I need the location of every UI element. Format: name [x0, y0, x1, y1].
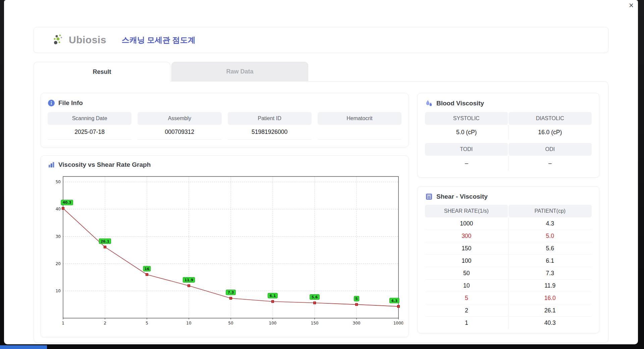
file-info-field: Scanning Date2025-07-18 — [48, 112, 131, 140]
bv-value: 5.0 (cP) — [425, 125, 508, 140]
patient-cell: 5.0 — [508, 230, 592, 242]
page: Ubiosis 스캐닝 모세관 점도계 Result Raw Data — [4, 27, 638, 343]
shear-rate-cell: 5 — [425, 292, 508, 304]
svg-text:26.1: 26.1 — [101, 239, 109, 243]
bv-header-row: TODIODI — [425, 143, 592, 156]
header-card: Ubiosis 스캐닝 모세관 점도계 — [34, 27, 608, 53]
table-row: 3005.0 — [425, 230, 592, 242]
svg-text:2: 2 — [104, 321, 106, 326]
left-column: File Info Scanning Date2025-07-18Assembl… — [41, 93, 409, 337]
bv-value: – — [508, 156, 592, 170]
bv-col-label: SYSTOLIC — [425, 112, 508, 125]
shear-col-header: SHEAR RATE(1/s) — [425, 205, 508, 217]
field-value — [318, 125, 401, 140]
blood-viscosity-title-row: Blood Viscosity — [425, 99, 592, 107]
viscosity-chart-container: 40.326.11611.97.36.15.654.31251050100150… — [48, 171, 401, 330]
graph-title-row: Viscosity vs Shear Rate Graph — [48, 161, 401, 168]
graph-title: Viscosity vs Shear Rate Graph — [58, 161, 151, 168]
patient-cell: 16.0 — [508, 292, 592, 304]
shear-rate-cell: 50 — [425, 267, 508, 279]
file-info-field: Hematocrit — [318, 112, 401, 140]
patient-cell: 6.1 — [508, 255, 592, 267]
table-grid-icon — [425, 193, 433, 201]
bv-value: 16.0 (cP) — [508, 125, 592, 140]
svg-text:40.3: 40.3 — [63, 200, 71, 204]
svg-text:50: 50 — [56, 180, 61, 184]
shear-col-header: PATIENT(cp) — [508, 205, 592, 217]
svg-text:150: 150 — [311, 321, 319, 326]
svg-text:40: 40 — [56, 207, 61, 211]
svg-text:30: 30 — [56, 234, 61, 239]
table-row: 516.0 — [425, 292, 592, 304]
tab-result[interactable]: Result — [34, 62, 170, 82]
table-row: 140.3 — [425, 317, 592, 329]
file-info-fields: Scanning Date2025-07-18Assembly000709312… — [48, 112, 401, 140]
svg-text:5: 5 — [146, 321, 148, 326]
tab-raw-data[interactable]: Raw Data — [171, 62, 308, 81]
field-value: 51981926000 — [228, 125, 312, 140]
shear-rate-cell: 150 — [425, 242, 508, 254]
bv-col-label: ODI — [508, 143, 592, 156]
svg-text:5: 5 — [355, 297, 358, 301]
blood-viscosity-card: Blood Viscosity SYSTOLICDIASTOLIC5.0 (cP… — [417, 93, 599, 178]
bv-col-label: TODI — [425, 143, 508, 156]
svg-text:4.3: 4.3 — [391, 299, 397, 303]
field-label: Assembly — [138, 112, 221, 125]
table-row: 1505.6 — [425, 242, 592, 255]
svg-text:10: 10 — [56, 289, 61, 293]
shear-rate-cell: 1 — [425, 317, 508, 329]
ubiosis-logo-icon — [53, 33, 66, 47]
bv-value: – — [425, 156, 508, 170]
field-label: Hematocrit — [318, 112, 401, 125]
bottom-blue-bar — [0, 345, 47, 349]
tab-bar: Result Raw Data — [34, 62, 608, 81]
svg-text:300: 300 — [353, 321, 361, 326]
svg-text:100: 100 — [269, 321, 277, 326]
patient-cell: 40.3 — [508, 317, 592, 329]
bv-value-row: 5.0 (cP)16.0 (cP) — [425, 125, 592, 140]
file-info-field: Patient ID51981926000 — [228, 112, 312, 140]
svg-text:50: 50 — [228, 321, 233, 326]
shear-rate-cell: 1000 — [425, 217, 508, 230]
svg-text:1000: 1000 — [393, 321, 403, 326]
patient-cell: 4.3 — [508, 217, 592, 230]
shear-header-row: SHEAR RATE(1/s)PATIENT(cp) — [425, 205, 592, 217]
app-window: × Ubiosis 스캐닝 모세관 점도계 — [4, 0, 638, 344]
blood-viscosity-table: SYSTOLICDIASTOLIC5.0 (cP)16.0 (cP)TODIOD… — [425, 112, 592, 170]
bv-header-row: SYSTOLICDIASTOLIC — [425, 112, 592, 125]
file-info-title-row: File Info — [48, 99, 401, 107]
field-label: Patient ID — [228, 112, 312, 125]
bv-col-label: DIASTOLIC — [508, 112, 592, 125]
patient-cell: 7.3 — [508, 267, 592, 279]
file-info-field: Assembly000709312 — [138, 112, 221, 140]
droplets-icon — [425, 99, 433, 107]
svg-text:1: 1 — [62, 321, 64, 326]
field-value: 2025-07-18 — [48, 125, 131, 140]
shear-rate-cell: 300 — [425, 230, 508, 242]
table-row: 10004.3 — [425, 217, 592, 230]
svg-text:16: 16 — [145, 267, 150, 271]
ubiosis-logo: Ubiosis — [53, 33, 106, 47]
file-info-title: File Info — [58, 99, 83, 107]
table-row: 507.3 — [425, 267, 592, 280]
bv-group: TODIODI–– — [425, 143, 592, 170]
patient-cell: 11.9 — [508, 280, 592, 292]
bv-group: SYSTOLICDIASTOLIC5.0 (cP)16.0 (cP) — [425, 112, 592, 140]
app-title: 스캐닝 모세관 점도계 — [122, 35, 196, 45]
result-panel: File Info Scanning Date2025-07-18Assembl… — [34, 81, 608, 343]
logo-text: Ubiosis — [69, 34, 106, 46]
patient-cell: 5.6 — [508, 242, 592, 254]
shear-viscosity-title-row: Shear - Viscosity — [425, 193, 592, 201]
table-row: 1011.9 — [425, 280, 592, 292]
svg-text:20: 20 — [56, 261, 61, 266]
viscosity-chart: 40.326.11611.97.36.15.654.31251050100150… — [48, 171, 403, 329]
file-info-card: File Info Scanning Date2025-07-18Assembl… — [41, 93, 409, 147]
right-column: Blood Viscosity SYSTOLICDIASTOLIC5.0 (cP… — [417, 93, 599, 337]
table-row: 1006.1 — [425, 255, 592, 267]
close-icon[interactable]: × — [627, 1, 635, 10]
blood-viscosity-title: Blood Viscosity — [436, 100, 484, 107]
svg-text:5.6: 5.6 — [312, 295, 318, 299]
info-icon — [48, 99, 55, 107]
bar-chart-icon — [48, 161, 55, 168]
shear-rate-cell: 100 — [425, 255, 508, 267]
